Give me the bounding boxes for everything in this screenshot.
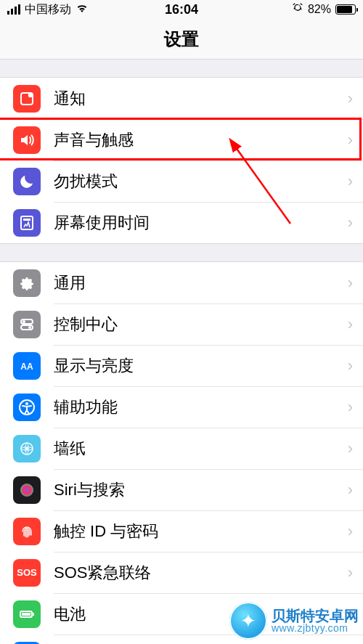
settings-row-siri[interactable]: Siri与搜索› (0, 469, 363, 510)
privacy-icon (13, 642, 41, 645)
clock-label: 16:04 (165, 2, 198, 17)
svg-point-13 (20, 484, 33, 497)
row-label: 勿扰模式 (54, 171, 348, 192)
svg-rect-2 (21, 216, 33, 229)
watermark-url: www.zjbtyy.com (272, 623, 359, 633)
settings-row-wallpaper[interactable]: 墙纸› (0, 428, 363, 469)
chevron-right-icon: › (348, 356, 353, 375)
touchid-icon (13, 518, 41, 545)
row-label: 通用 (54, 272, 348, 294)
settings-group-1: 通知›声音与触感›勿扰模式›屏幕使用时间› (0, 77, 363, 244)
settings-row-notifications[interactable]: 通知› (0, 78, 363, 119)
row-label: 墙纸 (54, 438, 348, 460)
settings-row-dnd[interactable]: 勿扰模式› (0, 160, 363, 202)
screentime-icon (13, 209, 41, 237)
battery-pct-label: 82% (308, 3, 331, 16)
chevron-right-icon: › (348, 172, 353, 191)
row-label: SOS紧急联络 (54, 562, 348, 584)
battery-icon (335, 4, 356, 15)
nav-bar: 设置 (0, 19, 363, 60)
settings-row-control[interactable]: 控制中心› (0, 303, 363, 345)
sos-icon: SOS (13, 559, 41, 587)
settings-row-accessibility[interactable]: 辅助功能› (0, 386, 363, 428)
status-bar: 中国移动 16:04 82% (0, 0, 363, 19)
watermark-logo-icon: ✦ (229, 602, 267, 640)
signal-icon (7, 4, 20, 15)
page-title: 设置 (164, 28, 199, 51)
chevron-right-icon: › (348, 481, 353, 500)
settings-row-general[interactable]: 通用› (0, 262, 363, 303)
svg-point-5 (23, 320, 25, 323)
chevron-right-icon: › (348, 89, 353, 108)
svg-point-1 (28, 92, 33, 97)
battery-icon (13, 600, 41, 628)
chevron-right-icon: › (348, 563, 353, 582)
control-icon (13, 311, 41, 338)
sound-icon (13, 126, 41, 154)
settings-group-2: 通用›控制中心›AA显示与亮度›辅助功能›墙纸›Siri与搜索›触控 ID 与密… (0, 261, 363, 644)
svg-rect-15 (33, 613, 34, 616)
row-label: 屏幕使用时间 (54, 212, 348, 234)
general-icon (13, 269, 41, 297)
chevron-right-icon: › (348, 274, 353, 293)
row-label: 声音与触感 (54, 129, 348, 151)
settings-row-sound[interactable]: 声音与触感› (0, 119, 363, 160)
svg-point-10 (25, 402, 28, 405)
chevron-right-icon: › (348, 213, 353, 232)
dnd-icon (13, 168, 41, 195)
chevron-right-icon: › (348, 398, 353, 417)
accessibility-icon (13, 394, 41, 421)
alarm-icon (292, 2, 303, 17)
svg-rect-16 (22, 613, 30, 616)
wifi-icon (76, 3, 89, 16)
chevron-right-icon: › (348, 522, 353, 541)
svg-point-7 (28, 326, 31, 329)
settings-row-screentime[interactable]: 屏幕使用时间› (0, 202, 363, 243)
wallpaper-icon (13, 435, 41, 462)
display-icon: AA (13, 352, 41, 380)
row-label: 显示与亮度 (54, 355, 348, 377)
settings-row-sos[interactable]: SOSSOS紧急联络› (0, 552, 363, 593)
chevron-right-icon: › (348, 131, 353, 150)
watermark: ✦ 贝斯特安卓网 www.zjbtyy.com (229, 602, 359, 640)
row-label: 控制中心 (54, 314, 348, 335)
row-label: 通知 (54, 88, 348, 110)
chevron-right-icon: › (348, 315, 353, 334)
chevron-right-icon: › (348, 439, 353, 458)
svg-point-12 (25, 447, 28, 450)
settings-row-display[interactable]: AA显示与亮度› (0, 345, 363, 386)
carrier-label: 中国移动 (25, 2, 71, 17)
svg-text:AA: AA (20, 361, 33, 371)
row-label: Siri与搜索 (54, 479, 348, 501)
settings-row-touchid[interactable]: 触控 ID 与密码› (0, 510, 363, 552)
siri-icon (13, 476, 41, 504)
watermark-title: 贝斯特安卓网 (272, 608, 359, 623)
row-label: 触控 ID 与密码 (54, 521, 348, 542)
svg-rect-3 (23, 219, 30, 221)
row-label: 辅助功能 (54, 396, 348, 418)
notifications-icon (13, 85, 41, 113)
